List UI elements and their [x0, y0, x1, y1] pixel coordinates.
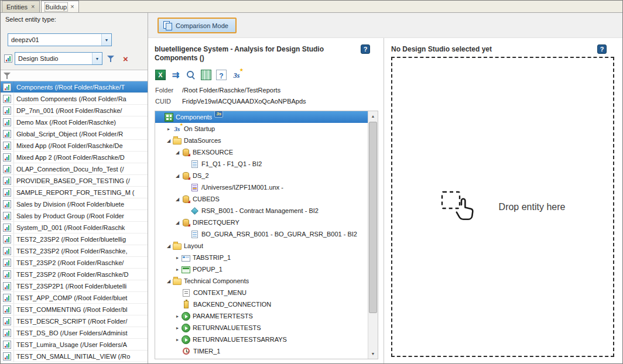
help-icon[interactable] — [361, 44, 370, 54]
help-doc-icon[interactable] — [216, 70, 227, 80]
list-item[interactable]: TEST_23SP2 (/Root Folder/Raschke/ — [1, 257, 148, 269]
list-item[interactable]: Components (/Root Folder/Raschke/T — [1, 81, 148, 93]
system-dropdown[interactable]: deepzv01 — [8, 33, 112, 46]
list-item[interactable]: TEST_DS_BO (/User Folders/Administ — [1, 327, 148, 339]
list-item[interactable]: TEST2_23SP2 (/Root Folder/bluetellig — [1, 233, 148, 245]
design-studio-app-icon — [3, 188, 11, 197]
tree-item[interactable]: ▸RETURNVALUETESTS — [155, 322, 368, 334]
tree-item-label: DS_2 — [190, 172, 209, 179]
list-item[interactable]: DP_7nn_001 (/Root Folder/Raschke/ — [1, 105, 148, 116]
entity-grid-filter-row[interactable] — [1, 70, 148, 81]
list-item[interactable]: Demo Max (/Root Folder/Raschke) — [1, 116, 148, 128]
list-item[interactable]: OLAP_Connection_Docu_Info_Test (/ — [1, 163, 148, 175]
tree-item[interactable]: ▸On Startup — [155, 123, 368, 135]
list-item[interactable]: TEST_APP_COMP (/Root Folder/bluet — [1, 292, 148, 304]
expand-icon[interactable]: ▸ — [173, 267, 182, 272]
icon-cell — [1, 315, 14, 327]
collapse-icon[interactable]: ◢ — [173, 197, 182, 202]
list-item[interactable]: TEST_COMMENTING (/Root Folder/bl — [1, 304, 148, 315]
list-item[interactable]: TEST_DESCR_SCRIPT (/Root Folder/ — [1, 315, 148, 327]
expand-icon[interactable]: ▸ — [173, 325, 182, 331]
tree-item[interactable]: TIMER_1 — [155, 345, 368, 357]
scrollbar-thumb[interactable] — [369, 122, 377, 313]
excel-report-icon[interactable] — [201, 70, 211, 80]
tree-item[interactable]: /Universes/IZPF1M001.unx - — [155, 181, 368, 193]
list-item[interactable]: TEST_23SP2P1 (/Root Folder/bluetelli — [1, 280, 148, 292]
list-item[interactable]: SAMPLE_REPORT_FOR_TESTING_M ( — [1, 187, 148, 198]
tree-item[interactable]: ▸TABSTRIP_1 — [155, 252, 368, 263]
scroll-up-icon[interactable] — [368, 111, 378, 121]
tree-item-label: PARAMETERTESTS — [190, 313, 253, 320]
close-icon[interactable] — [70, 4, 74, 10]
list-item[interactable]: Sales by Division (/Root Folder/bluete — [1, 198, 148, 210]
filter-button[interactable] — [105, 53, 117, 65]
tree-item[interactable]: ◢DIRECTQUERY — [155, 217, 368, 228]
tree-item[interactable]: BO_GURA_RSR_B001 - BO_GURA_RSR_B001 - BI… — [155, 228, 368, 240]
list-item[interactable]: Custom Components (/Root Folder/Ra — [1, 93, 148, 105]
collapse-icon[interactable]: ◢ — [173, 173, 182, 178]
tree-item[interactable]: ▸RETURNVALUETESTSARRAYS — [155, 334, 368, 345]
comparison-mode-button[interactable]: Comparison Mode — [158, 18, 237, 33]
entity-type-header: Select entity type: — [1, 13, 148, 23]
tree-item[interactable]: ◢BEXSOURCE — [155, 146, 368, 158]
icon-cell — [1, 198, 14, 210]
list-item[interactable]: TEST_ON_SMALL_INITIAL_VIEW (/Ro — [1, 351, 148, 362]
icon-cell — [1, 128, 14, 139]
list-item[interactable]: System_ID_001 (/Root Folder/Raschk — [1, 222, 148, 233]
drop-zone[interactable]: Drop entity here — [391, 57, 614, 357]
3s-settings-icon[interactable] — [231, 70, 242, 80]
close-icon[interactable] — [31, 4, 35, 10]
zoom-icon[interactable] — [186, 70, 196, 80]
tree-item[interactable]: ◢Technical Components — [155, 275, 368, 287]
collapse-icon[interactable]: ◢ — [173, 220, 182, 225]
transport-icon[interactable] — [170, 70, 181, 80]
tree-item[interactable]: ◢DS_2 — [155, 170, 368, 181]
tree-item[interactable]: ▸PARAMETERTESTS — [155, 310, 368, 322]
icon-cell — [1, 105, 14, 116]
tree-item-label: Technical Components — [182, 277, 249, 284]
list-item[interactable]: Mixed App 2 (/Root Folder/Raschke/D — [1, 152, 148, 163]
expand-icon[interactable]: ▸ — [165, 126, 173, 132]
collapse-icon[interactable]: ◢ — [173, 150, 182, 155]
icon-cell — [1, 175, 14, 186]
tree-item[interactable]: ◢CUBEDS — [155, 193, 368, 205]
clear-icon — [123, 54, 128, 63]
scroll-down-icon[interactable] — [368, 349, 378, 359]
list-item[interactable]: TEST_Lumira_Usage (/User Folders/A — [1, 339, 148, 351]
expand-icon[interactable]: ▸ — [173, 255, 182, 260]
collapse-icon[interactable]: ◢ — [165, 279, 173, 284]
tree-item[interactable]: CONTEXT_MENU — [155, 287, 368, 298]
tab-buildup[interactable]: Buildup — [41, 1, 79, 12]
list-item-label: Mixed App (/Root Folder/Raschke/De — [14, 142, 148, 149]
list-item[interactable]: TEST2_23SP2 (/Root Folder/Raschke, — [1, 245, 148, 257]
excel-export-icon[interactable] — [155, 70, 166, 80]
clear-filter-button[interactable] — [119, 53, 132, 65]
analysis-panel: bluetelligence System - Analysis for Des… — [148, 38, 384, 364]
expand-icon[interactable]: ▸ — [173, 314, 182, 319]
entity-type-dropdown[interactable]: Design Studio — [15, 52, 102, 65]
list-item[interactable]: Sales by Product Group (/Root Folder — [1, 210, 148, 222]
tree-item[interactable]: BACKEND_CONNECTION — [155, 298, 368, 310]
expand-icon[interactable]: ▸ — [173, 337, 182, 342]
tree-item[interactable]: RSR_B001 - Contract Management - BI2 — [155, 205, 368, 217]
tree-item[interactable]: ◢Layout — [155, 240, 368, 252]
list-item[interactable]: PROVIDER_BASED_FOR_TESTING (/ — [1, 175, 148, 187]
list-item[interactable]: Global_Script_Object (/Root Folder/R — [1, 128, 148, 140]
tab-entities[interactable]: Entities — [2, 1, 40, 12]
list-item-label: OLAP_Connection_Docu_Info_Test (/ — [14, 166, 148, 173]
collapse-icon[interactable]: ◢ — [165, 138, 173, 143]
chevron-down-icon[interactable] — [101, 34, 111, 46]
collapse-icon[interactable]: ◢ — [165, 243, 173, 249]
list-item[interactable]: Mixed App (/Root Folder/Raschke/De — [1, 140, 148, 152]
scrollbar[interactable] — [368, 111, 378, 359]
help-icon[interactable] — [597, 44, 607, 54]
list-item[interactable]: TEST_23SP2 (/Root Folder/Raschke/D — [1, 269, 148, 280]
icon-cell — [1, 257, 14, 268]
tree-item[interactable]: Components3s — [155, 111, 368, 123]
tree-item[interactable]: ▸POPUP_1 — [155, 263, 368, 275]
chevron-down-icon[interactable] — [92, 53, 102, 64]
tree-item[interactable]: ◢DataSources — [155, 135, 368, 146]
icon-cell — [1, 116, 14, 128]
tree-item[interactable]: F1_Q1 - F1_Q1 - BI2 — [155, 158, 368, 170]
design-studio-app-icon — [3, 118, 11, 126]
